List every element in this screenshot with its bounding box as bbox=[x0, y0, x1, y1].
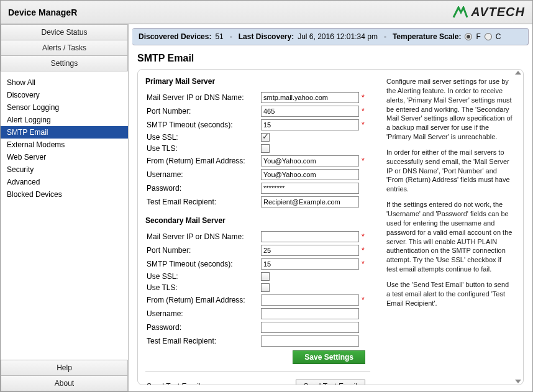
primary-tls-label: Use TLS: bbox=[144, 144, 261, 153]
main-area: Discovered Devices: 51 - Last Discovery:… bbox=[129, 24, 532, 391]
temp-scale-c-label: C bbox=[496, 32, 501, 41]
primary-timeout-input[interactable] bbox=[261, 119, 359, 130]
primary-username-label: Username: bbox=[144, 170, 261, 179]
sidebar-item-web-server[interactable]: Web Server bbox=[1, 151, 128, 163]
required-marker: * bbox=[359, 296, 365, 304]
primary-test-recipient-input[interactable] bbox=[261, 196, 359, 207]
sidebar-item-external-modems[interactable]: External Modems bbox=[1, 139, 128, 151]
secondary-from-label: From (Return) Email Address: bbox=[144, 296, 261, 304]
sidebar-section-settings[interactable]: Settings bbox=[1, 56, 128, 71]
sidebar-section-alerts-tasks[interactable]: Alerts / Tasks bbox=[1, 40, 128, 56]
sidebar-item-security[interactable]: Security bbox=[1, 163, 128, 176]
primary-test-recipient-label: Test Email Recipient: bbox=[144, 198, 261, 206]
sidebar: Device Status Alerts / Tasks Settings Sh… bbox=[1, 24, 129, 391]
secondary-port-input[interactable] bbox=[261, 245, 359, 256]
separator: - bbox=[384, 32, 386, 41]
send-test-email-button[interactable]: Send Test Email bbox=[296, 380, 366, 385]
primary-from-input[interactable] bbox=[261, 155, 359, 166]
secondary-host-input[interactable] bbox=[261, 231, 359, 242]
about-button[interactable]: About bbox=[1, 376, 128, 391]
help-paragraph: Use the 'Send Test Email' button to send… bbox=[386, 280, 513, 308]
discovered-devices-value: 51 bbox=[215, 32, 223, 41]
sidebar-item-sensor-logging[interactable]: Sensor Logging bbox=[1, 101, 128, 114]
secondary-tls-checkbox[interactable] bbox=[261, 283, 270, 292]
sidebar-item-alert-logging[interactable]: Alert Logging bbox=[1, 114, 128, 126]
temp-scale-c-radio[interactable] bbox=[485, 33, 492, 40]
info-bar: Discovered Devices: 51 - Last Discovery:… bbox=[132, 28, 529, 45]
secondary-ssl-label: Use SSL: bbox=[144, 272, 261, 281]
brand-logo: AVTECH bbox=[452, 5, 525, 19]
scroll-down-icon[interactable] bbox=[515, 380, 521, 383]
sidebar-footer: Help About bbox=[1, 360, 128, 391]
help-text-column: Configure mail server settings for use b… bbox=[378, 77, 517, 380]
required-marker: * bbox=[359, 121, 365, 129]
primary-password-input[interactable] bbox=[261, 183, 359, 194]
temp-scale-f-radio[interactable] bbox=[465, 33, 472, 40]
settings-panel: Primary Mail Server Mail Server IP or DN… bbox=[137, 69, 524, 385]
temp-scale-f-label: F bbox=[476, 32, 480, 41]
secondary-section-title: Secondary Mail Server bbox=[144, 209, 371, 230]
primary-port-label: Port Number: bbox=[144, 107, 261, 116]
required-marker: * bbox=[359, 260, 365, 268]
send-test-email-label: Send Test Email: bbox=[144, 382, 261, 385]
temperature-scale-label: Temperature Scale: bbox=[393, 32, 462, 41]
last-discovery-value: Jul 6, 2016 12:01:34 pm bbox=[298, 32, 378, 41]
secondary-tls-label: Use TLS: bbox=[144, 283, 261, 292]
sidebar-menu: Show All Discovery Sensor Logging Alert … bbox=[1, 71, 128, 360]
help-paragraph: In order for either of the mail servers … bbox=[386, 148, 513, 194]
app-title: Device ManageR bbox=[8, 7, 77, 17]
secondary-from-input[interactable] bbox=[261, 294, 359, 306]
required-marker: * bbox=[359, 246, 365, 255]
discovered-devices-label: Discovered Devices: bbox=[139, 32, 211, 41]
primary-from-label: From (Return) Email Address: bbox=[144, 157, 261, 165]
secondary-ssl-checkbox[interactable] bbox=[261, 272, 270, 281]
secondary-test-recipient-input[interactable] bbox=[261, 335, 359, 347]
sidebar-item-show-all[interactable]: Show All bbox=[1, 76, 128, 89]
last-discovery-label: Last Discovery: bbox=[239, 32, 294, 41]
primary-timeout-label: SMTP Timeout (seconds): bbox=[144, 121, 261, 129]
secondary-timeout-input[interactable] bbox=[261, 258, 359, 270]
separator: - bbox=[230, 32, 232, 41]
primary-username-input[interactable] bbox=[261, 169, 359, 180]
sidebar-item-blocked-devices[interactable]: Blocked Devices bbox=[1, 188, 128, 201]
primary-host-input[interactable] bbox=[261, 92, 359, 103]
secondary-host-label: Mail Server IP or DNS Name: bbox=[144, 232, 261, 241]
secondary-password-input[interactable] bbox=[261, 322, 359, 333]
required-marker: * bbox=[359, 232, 365, 241]
required-marker: * bbox=[359, 157, 365, 165]
secondary-port-label: Port Number: bbox=[144, 246, 261, 255]
help-paragraph: Configure mail server settings for use b… bbox=[386, 77, 513, 142]
scroll-indicator[interactable] bbox=[514, 71, 522, 383]
primary-password-label: Password: bbox=[144, 184, 261, 193]
primary-ssl-checkbox[interactable] bbox=[261, 133, 270, 142]
primary-port-input[interactable] bbox=[261, 106, 359, 117]
primary-section-title: Primary Mail Server bbox=[144, 77, 371, 91]
brand-logo-text: AVTECH bbox=[471, 5, 525, 19]
required-marker: * bbox=[359, 107, 365, 116]
save-settings-button[interactable]: Save Settings bbox=[293, 350, 365, 364]
primary-ssl-label: Use SSL: bbox=[144, 133, 261, 142]
divider bbox=[145, 371, 370, 372]
secondary-username-label: Username: bbox=[144, 309, 261, 318]
page-title: SMTP Email bbox=[129, 45, 532, 69]
help-paragraph: If the settings entered do not work, the… bbox=[386, 200, 513, 274]
primary-tls-checkbox[interactable] bbox=[261, 144, 270, 153]
brand-logo-icon bbox=[452, 6, 468, 19]
sidebar-item-discovery[interactable]: Discovery bbox=[1, 89, 128, 101]
sidebar-section-device-status[interactable]: Device Status bbox=[1, 24, 128, 40]
form-column: Primary Mail Server Mail Server IP or DN… bbox=[144, 77, 378, 380]
required-marker: * bbox=[359, 93, 365, 102]
app-header: Device ManageR AVTECH bbox=[1, 1, 532, 24]
secondary-timeout-label: SMTP Timeout (seconds): bbox=[144, 260, 261, 268]
secondary-password-label: Password: bbox=[144, 323, 261, 332]
scroll-up-icon[interactable] bbox=[515, 71, 521, 75]
help-button[interactable]: Help bbox=[1, 360, 128, 376]
secondary-test-recipient-label: Test Email Recipient: bbox=[144, 337, 261, 345]
primary-host-label: Mail Server IP or DNS Name: bbox=[144, 93, 261, 102]
secondary-username-input[interactable] bbox=[261, 308, 359, 319]
sidebar-item-advanced[interactable]: Advanced bbox=[1, 176, 128, 188]
sidebar-sections: Device Status Alerts / Tasks Settings bbox=[1, 24, 128, 71]
sidebar-item-smtp-email[interactable]: SMTP Email bbox=[1, 126, 128, 139]
